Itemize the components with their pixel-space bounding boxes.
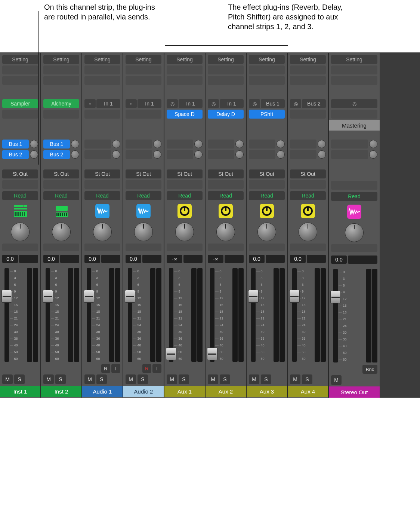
peak-value[interactable] bbox=[266, 255, 285, 263]
setting-button[interactable]: Setting bbox=[167, 55, 203, 64]
input-label[interactable]: In 1 bbox=[138, 99, 161, 108]
pan-knob[interactable] bbox=[345, 223, 364, 242]
send-level-knob[interactable] bbox=[318, 150, 326, 159]
input-label[interactable]: Bus 2 bbox=[302, 99, 326, 108]
setting-button[interactable]: Setting bbox=[331, 55, 377, 64]
send-level-knob[interactable] bbox=[112, 150, 120, 159]
audio-fx-slot[interactable] bbox=[2, 110, 38, 119]
automation-mode-button[interactable]: Read bbox=[208, 191, 244, 200]
input-format-icon[interactable]: ○ bbox=[84, 99, 96, 108]
send-level-knob[interactable] bbox=[30, 140, 38, 148]
eq-slot[interactable] bbox=[2, 65, 38, 74]
automation-mode-button[interactable]: Read bbox=[290, 191, 326, 200]
send-level-knob[interactable] bbox=[112, 140, 120, 148]
eq-slot[interactable] bbox=[126, 65, 161, 74]
eq-slot[interactable] bbox=[331, 65, 377, 74]
midi-fx-slot[interactable] bbox=[249, 76, 285, 85]
audio-fx-slot[interactable] bbox=[331, 110, 377, 119]
bounce-button[interactable]: Bnc bbox=[362, 365, 377, 374]
automation-mode-button[interactable]: Read bbox=[331, 192, 377, 201]
eq-slot[interactable] bbox=[84, 65, 120, 74]
eq-slot[interactable] bbox=[208, 65, 244, 74]
output-button[interactable]: St Out bbox=[208, 169, 244, 178]
midi-fx-slot[interactable] bbox=[208, 76, 244, 85]
volume-value[interactable]: 0.0 bbox=[126, 255, 141, 263]
solo-button[interactable]: S bbox=[261, 374, 271, 384]
send-level-knob[interactable] bbox=[194, 140, 203, 148]
pan-knob[interactable] bbox=[299, 223, 317, 241]
track-name[interactable]: Aux 4 bbox=[288, 386, 328, 397]
volume-value[interactable]: -∞ bbox=[167, 255, 182, 263]
send-slot-empty[interactable] bbox=[249, 140, 275, 149]
audio-fx-slot[interactable] bbox=[290, 110, 326, 119]
solo-button[interactable]: S bbox=[14, 374, 25, 384]
pan-knob[interactable] bbox=[216, 223, 235, 241]
fader-track[interactable] bbox=[87, 268, 91, 362]
group-slot[interactable] bbox=[290, 180, 326, 189]
send-slot-empty[interactable] bbox=[208, 150, 234, 159]
mute-button[interactable]: M bbox=[2, 374, 13, 384]
send-button[interactable]: Bus 1 bbox=[43, 140, 70, 149]
group-slot[interactable] bbox=[208, 180, 244, 189]
send-slot-empty[interactable] bbox=[126, 140, 152, 149]
send-level-knob[interactable] bbox=[369, 150, 377, 159]
input-format-icon[interactable]: ◎ bbox=[331, 99, 377, 108]
audio-fx-slot[interactable] bbox=[126, 110, 161, 119]
setting-button[interactable]: Setting bbox=[249, 55, 285, 64]
send-slot-empty[interactable] bbox=[126, 150, 152, 159]
send-level-knob[interactable] bbox=[235, 150, 244, 159]
midi-fx-slot[interactable] bbox=[167, 76, 203, 85]
peak-value[interactable] bbox=[101, 255, 120, 263]
setting-button[interactable]: Setting bbox=[2, 55, 38, 64]
solo-button[interactable]: S bbox=[138, 374, 148, 384]
send-button[interactable]: Bus 2 bbox=[43, 150, 70, 159]
group-slot[interactable] bbox=[84, 180, 120, 189]
group-slot[interactable] bbox=[331, 181, 377, 190]
input-label[interactable]: In 1 bbox=[220, 99, 244, 108]
fader-track[interactable] bbox=[333, 269, 338, 362]
mute-button[interactable]: M bbox=[331, 375, 342, 385]
fader-cap[interactable] bbox=[125, 290, 135, 303]
send-slot-empty[interactable] bbox=[290, 150, 316, 159]
pan-knob[interactable] bbox=[52, 223, 71, 241]
track-name[interactable]: Audio 2 bbox=[123, 386, 164, 397]
send-level-knob[interactable] bbox=[194, 150, 203, 159]
peak-value[interactable] bbox=[19, 255, 38, 263]
output-button[interactable]: St Out bbox=[249, 169, 285, 178]
instrument-slot[interactable]: Alchemy bbox=[43, 99, 79, 108]
audio-fx-slot[interactable] bbox=[84, 110, 120, 119]
audio-fx-slot[interactable] bbox=[43, 110, 79, 119]
setting-button[interactable]: Setting bbox=[126, 55, 161, 64]
fader-cap[interactable] bbox=[43, 290, 53, 303]
midi-fx-slot[interactable] bbox=[331, 76, 377, 85]
input-row[interactable]: ○ In 1 bbox=[126, 99, 161, 108]
input-row[interactable]: ◎ In 1 bbox=[167, 99, 203, 108]
input-format-icon[interactable]: ◎ bbox=[249, 99, 260, 108]
track-name[interactable]: Inst 1 bbox=[0, 386, 40, 397]
volume-value[interactable]: -∞ bbox=[208, 255, 223, 263]
automation-mode-button[interactable]: Read bbox=[126, 191, 161, 200]
volume-value[interactable]: 0.0 bbox=[2, 255, 18, 263]
peak-value[interactable] bbox=[225, 255, 244, 263]
fader-track[interactable] bbox=[210, 268, 214, 362]
input-format-icon[interactable]: ◎ bbox=[290, 99, 301, 108]
fader-track[interactable] bbox=[292, 268, 297, 362]
input-format-icon[interactable]: ◎ bbox=[167, 99, 178, 108]
mute-button[interactable]: M bbox=[208, 374, 218, 384]
mute-button[interactable]: M bbox=[290, 374, 300, 384]
fader-cap[interactable] bbox=[248, 290, 259, 303]
setting-button[interactable]: Setting bbox=[84, 55, 120, 64]
instrument-slot[interactable]: Sampler bbox=[2, 99, 38, 108]
group-slot[interactable] bbox=[167, 180, 203, 189]
track-name[interactable]: Audio 1 bbox=[82, 386, 123, 397]
eq-slot[interactable] bbox=[290, 65, 326, 74]
output-button[interactable]: St Out bbox=[43, 169, 79, 178]
send-level-knob[interactable] bbox=[277, 140, 285, 148]
mute-button[interactable]: M bbox=[249, 374, 259, 384]
output-button[interactable]: St Out bbox=[290, 169, 326, 178]
eq-slot[interactable] bbox=[43, 65, 79, 74]
solo-button[interactable]: S bbox=[96, 374, 107, 384]
input-row[interactable]: ◎ Bus 2 bbox=[290, 99, 326, 108]
input-format-icon[interactable]: ○ bbox=[126, 99, 137, 108]
solo-button[interactable]: S bbox=[55, 374, 66, 384]
